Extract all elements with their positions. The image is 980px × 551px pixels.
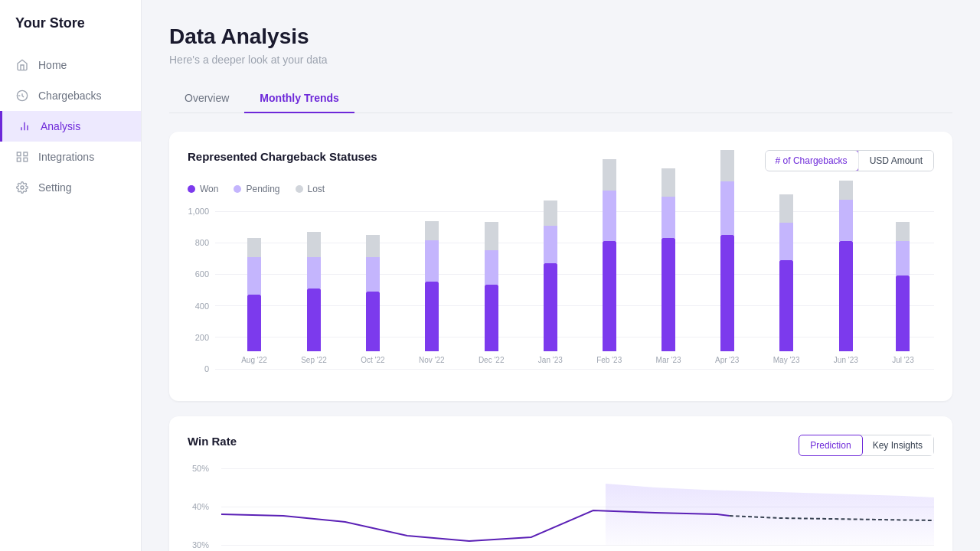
bar-label-7: Mar '23 (656, 356, 681, 364)
sidebar-item-chargebacks[interactable]: Chargebacks (0, 80, 141, 111)
bar-won-4 (485, 285, 498, 351)
tab-monthly-trends[interactable]: Monthly Trends (244, 84, 354, 113)
svg-rect-6 (17, 158, 21, 161)
toggle-prediction[interactable]: Prediction (799, 435, 862, 456)
bar-label-6: Feb '23 (596, 356, 622, 364)
bar-pending-8 (720, 181, 734, 235)
tab-overview[interactable]: Overview (169, 84, 244, 113)
bar-won-9 (779, 260, 793, 351)
setting-icon (15, 181, 29, 194)
toggle-chargebacks-count[interactable]: # of Chargebacks (765, 150, 859, 171)
bar-group-may--23: May '23 (773, 194, 800, 364)
bar-stack-11 (896, 222, 910, 351)
bar-won-11 (896, 276, 910, 351)
grid-line-0: 0 (188, 364, 934, 373)
bar-group-oct--22: Oct '22 (361, 235, 384, 364)
bar-pending-6 (603, 191, 616, 241)
svg-rect-7 (24, 158, 28, 161)
sidebar-item-label-integrations: Integrations (38, 151, 94, 163)
prediction-band (606, 484, 934, 545)
bar-won-8 (720, 235, 734, 351)
chargeback-card-header: Represented Chargeback Statuses # of Cha… (188, 150, 934, 171)
sidebar-item-home[interactable]: Home (0, 50, 141, 80)
bar-label-8: Apr '23 (715, 356, 739, 364)
bar-won-2 (366, 292, 380, 351)
bar-lost-9 (779, 194, 793, 223)
bar-pending-2 (366, 257, 380, 292)
bar-pending-3 (425, 240, 439, 282)
bar-won-6 (603, 241, 616, 351)
bar-stack-7 (662, 168, 675, 351)
bar-group-nov--22: Nov '22 (419, 221, 445, 364)
bar-label-5: Jan '23 (538, 356, 563, 364)
toggle-key-insights[interactable]: Key Insights (862, 435, 933, 455)
legend-dot-pending (234, 185, 241, 193)
bar-won-1 (307, 289, 321, 351)
win-rate-toggle-group: Prediction Key Insights (799, 435, 934, 456)
bar-pending-9 (779, 223, 793, 260)
svg-rect-4 (17, 152, 21, 156)
bar-lost-10 (839, 181, 853, 200)
bar-pending-11 (896, 241, 910, 276)
wr-grid-line-30: 30% (221, 545, 934, 546)
bar-group-feb--23: Feb '23 (596, 159, 622, 364)
sidebar-item-label-setting: Setting (38, 181, 72, 194)
bar-label-4: Dec '22 (479, 356, 505, 364)
bar-pending-1 (307, 257, 321, 289)
bar-label-11: Jul '23 (892, 356, 914, 364)
legend-label-lost: Lost (308, 184, 325, 194)
bar-pending-4 (485, 250, 498, 285)
bar-lost-4 (485, 222, 498, 250)
bar-won-7 (662, 238, 675, 351)
y-label-800: 800 (188, 238, 215, 247)
sidebar: Your Store Home Chargebacks (0, 0, 142, 551)
win-rate-svg (221, 468, 934, 545)
bar-label-0: Aug '22 (241, 356, 267, 364)
bar-lost-0 (247, 238, 261, 257)
sidebar-nav: Home Chargebacks Analysis (0, 44, 141, 209)
svg-point-8 (21, 186, 24, 189)
sidebar-item-label-chargebacks: Chargebacks (38, 90, 102, 102)
sidebar-item-label-analysis: Analysis (41, 120, 80, 132)
wr-grid: 50% 40% 30% (221, 468, 934, 545)
win-rate-chart-area: 50% 40% 30% (188, 468, 934, 551)
bar-stack-10 (839, 181, 853, 351)
bar-stack-6 (603, 159, 616, 351)
bar-stack-1 (307, 232, 321, 351)
bar-pending-10 (839, 200, 853, 241)
win-rate-card: Win Rate Prediction Key Insights 50% 40%… (169, 416, 952, 551)
wr-label-50: 50% (192, 464, 209, 473)
chargeback-card-title: Represented Chargeback Statuses (188, 150, 377, 163)
sidebar-item-setting[interactable]: Setting (0, 172, 141, 203)
bar-group-sep--22: Sep '22 (301, 232, 327, 364)
bar-lost-2 (366, 235, 380, 257)
toggle-usd-amount[interactable]: USD Amount (858, 151, 933, 171)
y-label-200: 200 (188, 333, 215, 342)
bar-group-jul--23: Jul '23 (892, 222, 914, 364)
chart-legend: Won Pending Lost (188, 184, 934, 194)
home-icon (15, 58, 29, 72)
chargebacks-icon (15, 89, 29, 103)
win-rate-card-header: Win Rate Prediction Key Insights (188, 435, 934, 456)
sidebar-item-integrations[interactable]: Integrations (0, 142, 141, 172)
wr-label-30: 30% (192, 540, 209, 549)
win-rate-card-title: Win Rate (188, 435, 237, 448)
bar-stack-3 (425, 221, 439, 351)
legend-won: Won (188, 184, 218, 194)
svg-rect-5 (24, 152, 28, 156)
bar-stack-4 (485, 222, 498, 351)
bar-stack-8 (720, 150, 734, 351)
bar-stack-9 (779, 194, 793, 351)
bar-group-apr--23: Apr '23 (715, 150, 739, 364)
legend-dot-won (188, 185, 195, 193)
bars-container: Aug '22Sep '22Oct '22Nov '22Dec '22Jan '… (221, 207, 934, 364)
legend-label-pending: Pending (246, 184, 279, 194)
bar-label-3: Nov '22 (419, 356, 445, 364)
chargeback-card: Represented Chargeback Statuses # of Cha… (169, 132, 952, 401)
bar-pending-7 (662, 197, 675, 238)
tabs-bar: Overview Monthly Trends (169, 84, 952, 113)
bar-group-dec--22: Dec '22 (479, 222, 505, 364)
y-label-0: 0 (188, 364, 215, 373)
sidebar-item-label-home: Home (38, 59, 67, 71)
sidebar-item-analysis[interactable]: Analysis (0, 111, 141, 142)
